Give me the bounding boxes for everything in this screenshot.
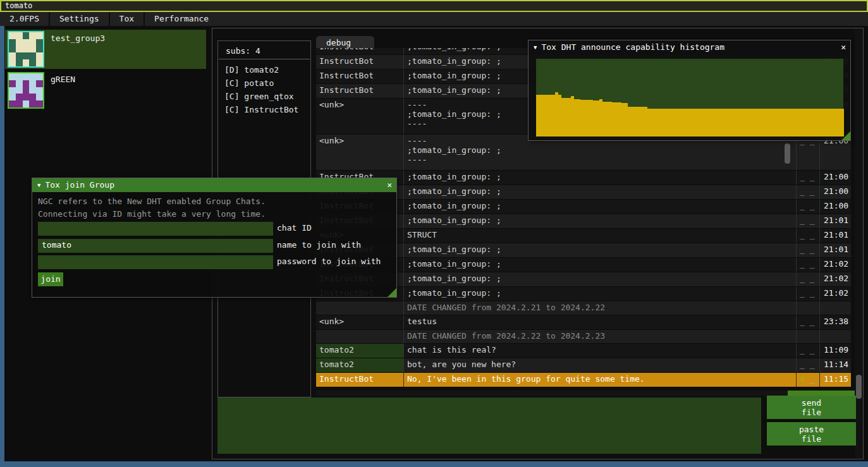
join-password-label: password to join with — [277, 255, 381, 266]
avatar-pixel — [36, 39, 43, 46]
date-separator-row[interactable]: DATE CHANGED from 2024.2.22 to 2024.2.23 — [316, 330, 851, 344]
delivery-marks: _ _ — [796, 287, 819, 301]
avatar-pixel — [16, 100, 23, 107]
close-icon[interactable]: ✕ — [841, 40, 846, 54]
delivery-mark-icon: _ — [800, 201, 805, 210]
avatar-pixel — [23, 52, 30, 59]
menu-item-performance[interactable]: Performance — [145, 12, 218, 26]
avatar-pixel — [16, 73, 23, 80]
avatar-pixel — [29, 59, 36, 66]
resize-grip-icon[interactable] — [841, 131, 850, 140]
join-desc-line2: Connecting via ID might take a very long… — [38, 209, 266, 219]
resize-grip-icon[interactable] — [388, 288, 396, 297]
message-row[interactable]: InstructBotNo, I've been in this group f… — [316, 373, 851, 387]
message-input[interactable] — [217, 397, 761, 454]
message-row[interactable]: <unk>testus_ _23:38 — [316, 315, 851, 330]
paste-file-button[interactable]: paste file — [767, 422, 856, 446]
delivery-mark-icon: _ — [810, 317, 815, 326]
avatar-pixel — [9, 80, 16, 87]
members-count-label: subs: 4 — [218, 41, 310, 59]
message-timestamp: 21:02 — [819, 287, 851, 301]
delivery-mark-icon: _ — [810, 201, 815, 210]
avatar-pixel — [36, 32, 43, 39]
join-name-input[interactable]: tomato — [38, 239, 273, 253]
message-timestamp — [819, 301, 851, 315]
join-group-titlebar[interactable]: ▼Tox join Group✕ — [32, 178, 396, 192]
message-author: InstructBot — [316, 48, 404, 54]
window-scrollbar-handle[interactable] — [856, 375, 862, 399]
avatar-pixel — [9, 100, 16, 107]
chat-hscrollbar-track[interactable] — [316, 391, 851, 396]
collapse-icon[interactable]: ▼ — [37, 182, 40, 188]
avatar-pixel — [23, 59, 30, 66]
join-button[interactable]: join — [38, 272, 63, 286]
histogram-title: Tox DHT announce capability histogram — [541, 42, 724, 52]
message-text: ;tomato_in_group: ; — [404, 272, 796, 286]
histogram-titlebar[interactable]: ▼Tox DHT announce capability histogram✕ — [529, 40, 850, 54]
message-row[interactable]: tomato2bot, are you new here?_ _11:14 — [316, 358, 851, 373]
date-changed-text: DATE CHANGED from 2024.2.22 to 2024.2.23 — [404, 330, 796, 343]
group-item-gREEN[interactable]: gREEN — [5, 71, 206, 110]
menu-item-settings[interactable]: Settings — [50, 12, 109, 26]
members-separator — [219, 59, 310, 59]
delivery-marks: _ _ — [796, 358, 819, 372]
member-item[interactable]: [C] InstructBot — [218, 103, 310, 116]
member-item[interactable]: [C] potato — [218, 76, 310, 90]
delivery-marks: d _ — [796, 373, 819, 387]
delivery-mark-icon: _ — [810, 288, 815, 298]
avatar-pixel — [23, 73, 30, 80]
message-text: ;tomato_in_group: ; — [404, 185, 796, 199]
delivery-marks: _ _ — [796, 171, 819, 185]
avatar-pixel — [16, 80, 23, 87]
avatar-pixel — [16, 94, 23, 100]
date-separator-row[interactable]: DATE CHANGED from 2024.2.21 to 2024.2.22 — [316, 301, 851, 315]
chat-id-input[interactable] — [38, 222, 273, 236]
avatar-pixel — [36, 73, 43, 80]
message-author: <unk> — [316, 99, 404, 134]
delivery-marks: _ _ — [796, 229, 819, 243]
message-author: <unk> — [316, 135, 404, 170]
group-item-test_group3[interactable]: test_group3 — [5, 30, 206, 69]
avatar-pixel — [16, 39, 23, 46]
message-timestamp: 21:00 — [819, 200, 851, 214]
chat-hscrollbar-grab[interactable] — [788, 391, 860, 396]
message-row[interactable]: tomato2chat is this real?_ _11:09 — [316, 344, 851, 358]
message-timestamp: 23:38 — [819, 315, 851, 329]
collapse-icon[interactable]: ▼ — [534, 44, 537, 51]
message-text: ;tomato_in_group: ; — [404, 243, 796, 257]
avatar-pixel — [23, 32, 30, 39]
delivery-mark-icon: _ — [810, 245, 815, 254]
delivery-marks: _ _ — [796, 272, 819, 286]
message-text: ;tomato_in_group: ; — [404, 258, 796, 272]
avatar-pixel — [16, 32, 23, 39]
message-timestamp: 11:15 — [819, 373, 851, 387]
send-file-label-line2: file — [802, 408, 821, 417]
avatar-pixel — [36, 94, 43, 100]
delivery-marks: _ _ — [796, 344, 819, 358]
join-password-input[interactable] — [38, 255, 273, 269]
os-window-title: tomato — [5, 1, 32, 10]
message-author: InstructBot — [316, 55, 404, 69]
close-icon[interactable]: ✕ — [387, 178, 392, 192]
message-text: chat is this real? — [404, 344, 796, 358]
delivery-mark-icon: _ — [800, 274, 805, 283]
message-timestamp: 21:00 — [819, 171, 851, 185]
delivery-mark-icon: _ — [800, 230, 805, 240]
message-author — [316, 301, 404, 315]
message-author: InstructBot — [316, 84, 404, 98]
message-timestamp: 11:14 — [819, 358, 851, 372]
send-file-label-line1: send — [802, 398, 821, 408]
message-timestamp: 21:02 — [819, 272, 851, 286]
member-item[interactable]: [D] tomato2 — [218, 63, 310, 76]
delivery-marks: _ _ — [796, 258, 819, 272]
member-item[interactable]: [C] green_qtox — [218, 90, 310, 103]
avatar-pixel — [29, 100, 36, 107]
os-titlebar[interactable]: tomato — [0, 0, 868, 12]
avatar-pixel — [9, 73, 16, 80]
send-file-button[interactable]: send file — [767, 396, 856, 419]
delivery-mark-icon: _ — [800, 215, 805, 225]
menu-item-tox[interactable]: Tox — [110, 12, 144, 26]
avatar-pixel — [9, 52, 16, 59]
chat-inner-scrollbar-handle[interactable] — [785, 143, 790, 164]
avatar-pixel — [23, 94, 30, 100]
